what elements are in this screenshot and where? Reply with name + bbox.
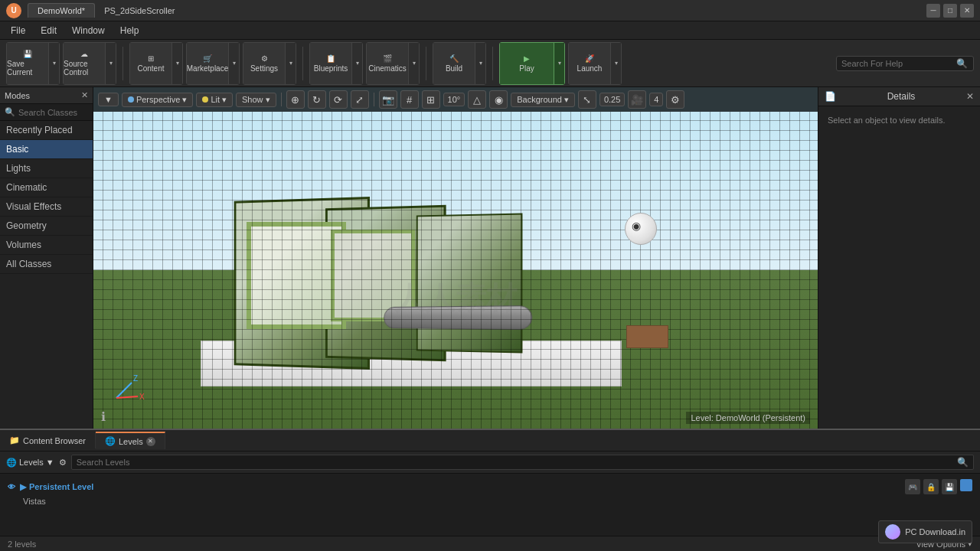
rotate-icon[interactable]: ↻ (308, 90, 326, 109)
mode-lights[interactable]: Lights (0, 159, 93, 178)
snap-value[interactable]: 0.25 (599, 93, 625, 106)
show-btn[interactable]: Show ▾ (236, 93, 276, 107)
search-levels-input[interactable] (77, 458, 957, 467)
lit-btn[interactable]: Lit ▾ (196, 93, 233, 107)
refresh-icon[interactable]: ⟳ (329, 90, 348, 109)
maximize-icon[interactable]: ⤢ (351, 90, 369, 109)
svg-line-0 (116, 383, 132, 398)
launch-btn[interactable]: 🚀 Launch ▾ (568, 42, 622, 85)
snap-icon[interactable]: ⊞ (422, 90, 440, 109)
persistent-level-label: Persistent Level (29, 482, 93, 491)
play-btn[interactable]: ▶ Play ▾ (499, 42, 565, 85)
cinematics-btn[interactable]: 🎬 Cinematics ▾ (366, 42, 420, 85)
content-btn[interactable]: ⊞ Content ▾ (129, 42, 183, 85)
viewport[interactable]: ▼ Perspective ▾ Lit ▾ Show ▾ ⊕ ↻ ⟳ ⤢ 📷 # (93, 87, 818, 429)
show-label: Show (242, 95, 263, 104)
mode-basic[interactable]: Basic (0, 140, 93, 159)
details-close-btn[interactable]: ✕ (966, 91, 974, 102)
grid-value[interactable]: 10° (443, 93, 466, 106)
tab-levels[interactable]: 🌐 Levels ✕ (96, 432, 165, 449)
color-icon[interactable] (960, 479, 972, 491)
save-icon[interactable]: 💾 (942, 479, 957, 494)
search-classes-input[interactable] (18, 108, 80, 117)
gamepad-icon[interactable]: 🎮 (905, 479, 920, 494)
background-btn[interactable]: Background ▾ (511, 93, 575, 107)
grid-icon[interactable]: # (400, 90, 419, 109)
persistent-level-item[interactable]: 👁 ▶ Persistent Level 🎮 🔒 💾 (0, 477, 980, 497)
vistas-label: Vistas (23, 497, 46, 506)
maximize-btn[interactable]: □ (943, 4, 957, 18)
build-btn[interactable]: 🔨 Build ▾ (433, 42, 486, 85)
perspective-label: Perspective (136, 95, 180, 104)
search-icon: 🔍 (956, 58, 968, 69)
toolbar-divider-2 (302, 47, 303, 80)
fullscreen-icon[interactable]: ⤡ (578, 90, 596, 109)
mode-all-classes[interactable]: All Classes (0, 255, 93, 274)
levels-count: 2 levels (8, 540, 36, 549)
angle-icon[interactable]: △ (468, 90, 486, 109)
blueprints-btn[interactable]: 📋 Blueprints ▾ (309, 42, 363, 85)
help-search-input[interactable] (841, 59, 956, 68)
perspective-btn[interactable]: Perspective ▾ (122, 93, 193, 107)
camera-d-icon[interactable]: ◉ (489, 90, 508, 109)
toolbar-divider-1 (122, 47, 123, 80)
ad-label: PC Download.in (905, 527, 965, 536)
level-info: Level: DemoWorld (Persistent) (686, 412, 810, 424)
svg-line-1 (116, 396, 138, 398)
menu-help[interactable]: Help (113, 24, 147, 37)
source-control-btn[interactable]: ☁ Source Control ▾ (63, 42, 116, 85)
axis-indicator: Z X (109, 367, 147, 406)
bottom-tabs: 📁 Content Browser 🌐 Levels ✕ (0, 430, 980, 452)
camera-icon[interactable]: 📷 (379, 90, 397, 109)
lit-label: Lit (211, 95, 220, 104)
settings-vp-icon[interactable]: ⚙ (666, 90, 684, 109)
search-levels-bar[interactable]: 🔍 (71, 455, 974, 470)
character (625, 213, 657, 245)
search-levels-icon: 🔍 (957, 457, 969, 468)
viewport-toolbar: ▼ Perspective ▾ Lit ▾ Show ▾ ⊕ ↻ ⟳ ⤢ 📷 # (93, 87, 818, 112)
modes-close-btn[interactable]: ✕ (81, 90, 88, 100)
menu-file[interactable]: File (3, 24, 33, 37)
vistas-item[interactable]: Vistas (0, 497, 980, 506)
menu-bar: File Edit Window Help (0, 21, 980, 40)
camera-speed-icon[interactable]: 🎥 (628, 90, 646, 109)
levels-footer: 2 levels View Options ▾ (0, 536, 980, 551)
camera-speed-value[interactable]: 4 (649, 93, 663, 106)
svg-text:Z: Z (133, 374, 138, 383)
levels-settings-btn[interactable]: ⚙ (59, 458, 67, 468)
levels-list: 👁 ▶ Persistent Level 🎮 🔒 💾 Vistas (0, 474, 980, 536)
modes-label: Modes (5, 91, 30, 100)
details-title: Details (887, 91, 916, 102)
main-layout: Modes ✕ 🔍 Recently Placed Basic Lights C… (0, 87, 980, 429)
levels-dropdown[interactable]: 🌐 Levels ▼ (6, 458, 54, 468)
tower (93, 112, 155, 372)
toolbar-divider-4 (492, 47, 493, 80)
search-classes-bar[interactable]: 🔍 (0, 104, 93, 121)
bottom-right-ad: PC Download.in (878, 520, 972, 543)
marketplace-btn[interactable]: 🛒 Marketplace ▾ (186, 42, 240, 85)
viewport-dropdown-btn[interactable]: ▼ (98, 93, 119, 106)
translate-icon[interactable]: ⊕ (286, 90, 305, 109)
window-controls[interactable]: ─ □ ✕ (926, 4, 974, 18)
tab-content-browser[interactable]: 📁 Content Browser (0, 432, 96, 448)
minimize-btn[interactable]: ─ (926, 4, 940, 18)
title-tab[interactable]: DemoWorld* (28, 3, 95, 18)
settings-btn[interactable]: ⚙ Settings ▾ (243, 42, 296, 85)
scene-3d[interactable]: Z X ℹ Level: DemoWorld (Persistent) 人人素材 (93, 112, 818, 429)
save-current-btn[interactable]: 💾 Save Current ▾ (6, 42, 60, 85)
mode-cinematic[interactable]: Cinematic (0, 178, 93, 197)
content-browser-icon: 📁 (9, 435, 20, 445)
mode-visual-effects[interactable]: Visual Effects (0, 197, 93, 217)
app-logo: U (6, 3, 21, 18)
help-search[interactable]: 🔍 (836, 56, 974, 71)
details-icon: 📄 (825, 91, 836, 102)
menu-window[interactable]: Window (64, 24, 113, 37)
mode-recently-placed[interactable]: Recently Placed (0, 121, 93, 140)
mode-volumes[interactable]: Volumes (0, 236, 93, 255)
levels-tab-close[interactable]: ✕ (146, 437, 155, 446)
vp-separator (281, 93, 282, 106)
lock-icon[interactable]: 🔒 (923, 479, 939, 494)
mode-geometry[interactable]: Geometry (0, 217, 93, 236)
menu-edit[interactable]: Edit (33, 24, 64, 37)
close-btn[interactable]: ✕ (960, 4, 974, 18)
